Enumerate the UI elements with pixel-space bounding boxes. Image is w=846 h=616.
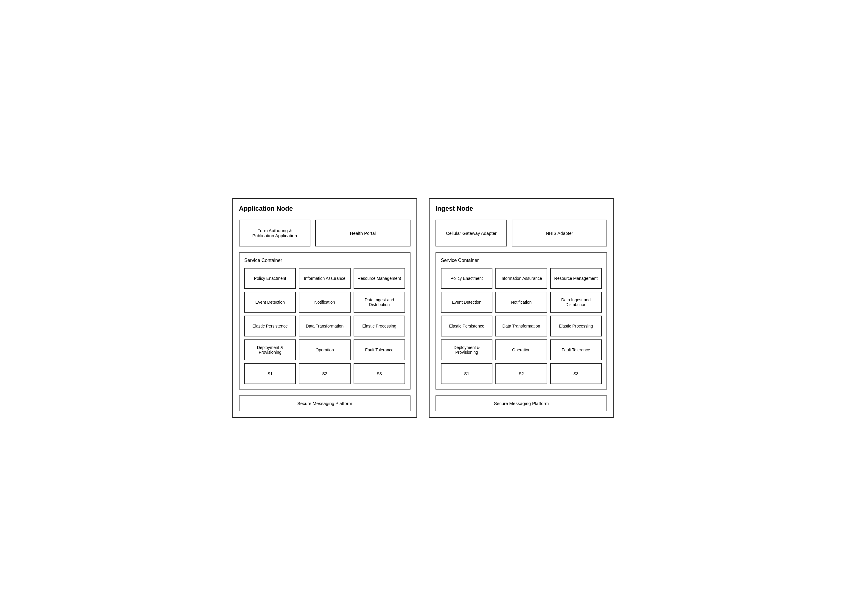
ingest-resource-management: Resource Management (550, 268, 602, 289)
ingest-elastic-persistence: Elastic Persistence (441, 316, 492, 337)
app-service-row-3: Elastic Persistence Data Transformation … (244, 316, 405, 337)
nhis-adapter-label: NHIS Adapter (546, 231, 573, 236)
ingest-fault-tolerance: Fault Tolerance (550, 340, 602, 360)
ingest-secure-messaging: Secure Messaging Platform (436, 395, 607, 411)
diagram-container: Application Node Form Authoring & Public… (223, 189, 623, 427)
app-service-row-1: Policy Enactment Information Assurance R… (244, 268, 405, 289)
app-fault-tolerance: Fault Tolerance (354, 340, 405, 360)
application-node-title: Application Node (239, 205, 410, 213)
ingest-notification: Notification (495, 292, 547, 313)
app-resource-management: Resource Management (354, 268, 405, 289)
ingest-data-transformation: Data Transformation (495, 316, 547, 337)
app-service-row-2: Event Detection Notification Data Ingest… (244, 292, 405, 313)
app-service-row-4: Deployment & Provisioning Operation Faul… (244, 340, 405, 360)
ingest-service-row-3: Elastic Persistence Data Transformation … (441, 316, 602, 337)
ingest-node-top-apps: Cellular Gateway Adapter NHIS Adapter (436, 220, 607, 247)
app-service-container-title: Service Container (244, 258, 405, 263)
ingest-deployment: Deployment & Provisioning (441, 340, 492, 360)
nhis-adapter-box: NHIS Adapter (512, 220, 607, 247)
app-service-container: Service Container Policy Enactment Infor… (239, 253, 410, 390)
app-policy-enactment: Policy Enactment (244, 268, 296, 289)
app-information-assurance: Information Assurance (299, 268, 350, 289)
ingest-elastic-processing: Elastic Processing (550, 316, 602, 337)
app-node-top-apps: Form Authoring & Publication Application… (239, 220, 410, 247)
app-data-transformation: Data Transformation (299, 316, 350, 337)
cellular-gateway-box: Cellular Gateway Adapter (436, 220, 507, 247)
app-data-ingest: Data Ingest and Distribution (354, 292, 405, 313)
app-notification: Notification (299, 292, 350, 313)
app-operation: Operation (299, 340, 350, 360)
application-node: Application Node Form Authoring & Public… (232, 198, 417, 418)
app-event-detection: Event Detection (244, 292, 296, 313)
ingest-operation: Operation (495, 340, 547, 360)
health-portal-label: Health Portal (350, 231, 376, 236)
ingest-data-ingest: Data Ingest and Distribution (550, 292, 602, 313)
app-deployment: Deployment & Provisioning (244, 340, 296, 360)
form-authoring-label: Form Authoring & Publication Application (247, 228, 303, 238)
app-elastic-processing: Elastic Processing (354, 316, 405, 337)
cellular-gateway-label: Cellular Gateway Adapter (446, 231, 496, 236)
ingest-s2: S2 (495, 363, 547, 384)
ingest-information-assurance: Information Assurance (495, 268, 547, 289)
ingest-service-row-5: S1 S2 S3 (441, 363, 602, 384)
app-elastic-persistence: Elastic Persistence (244, 316, 296, 337)
app-s1: S1 (244, 363, 296, 384)
ingest-service-row-4: Deployment & Provisioning Operation Faul… (441, 340, 602, 360)
ingest-s3: S3 (550, 363, 602, 384)
ingest-node: Ingest Node Cellular Gateway Adapter NHI… (429, 198, 614, 418)
ingest-policy-enactment: Policy Enactment (441, 268, 492, 289)
app-s2: S2 (299, 363, 350, 384)
ingest-node-title: Ingest Node (436, 205, 607, 213)
ingest-service-container: Service Container Policy Enactment Infor… (436, 253, 607, 390)
ingest-service-row-2: Event Detection Notification Data Ingest… (441, 292, 602, 313)
ingest-event-detection: Event Detection (441, 292, 492, 313)
app-service-row-5: S1 S2 S3 (244, 363, 405, 384)
form-authoring-box: Form Authoring & Publication Application (239, 220, 310, 247)
ingest-service-container-title: Service Container (441, 258, 602, 263)
health-portal-box: Health Portal (315, 220, 410, 247)
app-s3: S3 (354, 363, 405, 384)
ingest-s1: S1 (441, 363, 492, 384)
ingest-service-row-1: Policy Enactment Information Assurance R… (441, 268, 602, 289)
app-secure-messaging: Secure Messaging Platform (239, 395, 410, 411)
